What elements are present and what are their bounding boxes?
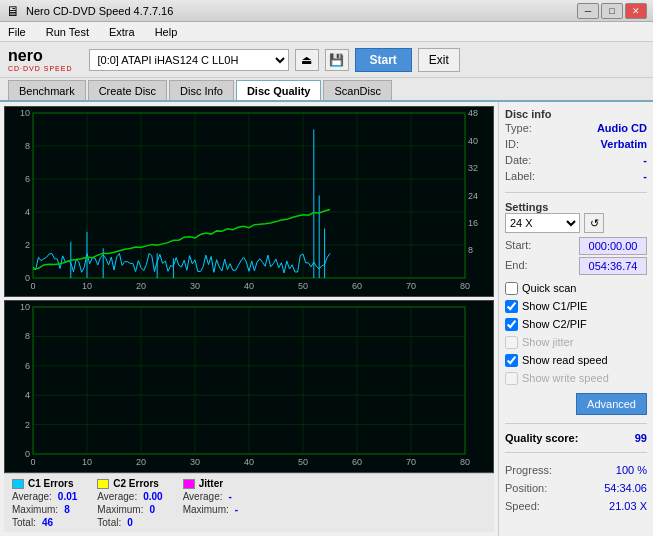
nero-subtitle: CD·DVD SPEED <box>8 65 73 72</box>
menu-file[interactable]: File <box>4 24 30 40</box>
speed-select[interactable]: 24 X Maximum 16 X 8 X 4 X <box>505 213 580 233</box>
settings-section: Settings 24 X Maximum 16 X 8 X 4 X ↺ Sta… <box>505 201 647 415</box>
start-time-row: Start: <box>505 237 647 255</box>
c1-max-row: Maximum: 8 <box>12 504 77 515</box>
show-read-speed-label: Show read speed <box>522 351 608 369</box>
tab-benchmark[interactable]: Benchmark <box>8 80 86 100</box>
maximize-button[interactable]: □ <box>601 3 623 19</box>
c1-total-row: Total: 46 <box>12 517 77 528</box>
nero-logo-text: nero <box>8 47 73 65</box>
show-write-speed-checkbox[interactable] <box>505 372 518 385</box>
quick-scan-row: Quick scan <box>505 279 647 297</box>
end-time-row: End: <box>505 257 647 275</box>
top-chart-canvas <box>5 107 493 296</box>
c1-title: C1 Errors <box>12 478 77 489</box>
c2-max-row: Maximum: 0 <box>97 504 162 515</box>
disc-label-row: Label: - <box>505 168 647 184</box>
refresh-button[interactable]: ↺ <box>584 213 604 233</box>
top-chart <box>4 106 494 297</box>
position-row: Position: 54:34.06 <box>505 479 647 497</box>
disc-info-section: Disc info Type: Audio CD ID: Verbatim Da… <box>505 108 647 184</box>
start-button[interactable]: Start <box>355 48 412 72</box>
show-jitter-label: Show jitter <box>522 333 573 351</box>
progress-section: Progress: 100 % Position: 54:34.06 Speed… <box>505 461 647 515</box>
menu-extra[interactable]: Extra <box>105 24 139 40</box>
title-bar: 🖥 Nero CD-DVD Speed 4.7.7.16 ─ □ ✕ <box>0 0 653 22</box>
nero-logo: nero CD·DVD SPEED <box>8 47 73 72</box>
tab-create-disc[interactable]: Create Disc <box>88 80 167 100</box>
quality-score-label: Quality score: <box>505 432 578 444</box>
toolbar: nero CD·DVD SPEED [0:0] ATAPI iHAS124 C … <box>0 42 653 78</box>
speed-row: 24 X Maximum 16 X 8 X 4 X ↺ <box>505 213 647 233</box>
title-text: Nero CD-DVD Speed 4.7.7.16 <box>26 5 173 17</box>
menu-run-test[interactable]: Run Test <box>42 24 93 40</box>
jitter-stat-group: Jitter Average: - Maximum: - <box>183 478 238 528</box>
menu-bar: File Run Test Extra Help <box>0 22 653 42</box>
show-write-speed-row: Show write speed <box>505 369 647 387</box>
quality-section: Quality score: 99 <box>505 432 647 444</box>
end-time-input[interactable] <box>579 257 647 275</box>
window-controls: ─ □ ✕ <box>577 3 647 19</box>
right-panel: Disc info Type: Audio CD ID: Verbatim Da… <box>498 102 653 536</box>
speed-row: Speed: 21.03 X <box>505 497 647 515</box>
show-c2-pif-label: Show C2/PIF <box>522 315 587 333</box>
eject-icon-button[interactable]: ⏏ <box>295 49 319 71</box>
c2-legend-color <box>97 479 109 489</box>
advanced-button[interactable]: Advanced <box>576 393 647 415</box>
show-read-speed-row: Show read speed <box>505 351 647 369</box>
divider-1 <box>505 192 647 193</box>
bottom-chart-canvas <box>5 301 493 472</box>
show-c1-pie-row: Show C1/PIE <box>505 297 647 315</box>
jitter-avg-row: Average: - <box>183 491 238 502</box>
show-read-speed-checkbox[interactable] <box>505 354 518 367</box>
tab-disc-info[interactable]: Disc Info <box>169 80 234 100</box>
progress-row: Progress: 100 % <box>505 461 647 479</box>
quality-score-row: Quality score: 99 <box>505 432 647 444</box>
show-jitter-row: Show jitter <box>505 333 647 351</box>
main-content: C1 Errors Average: 0.01 Maximum: 8 Total… <box>0 102 653 536</box>
show-c1-pie-checkbox[interactable] <box>505 300 518 313</box>
quick-scan-checkbox[interactable] <box>505 282 518 295</box>
jitter-title: Jitter <box>183 478 238 489</box>
quality-score-value: 99 <box>635 432 647 444</box>
jitter-legend-color <box>183 479 195 489</box>
c2-total-row: Total: 0 <box>97 517 162 528</box>
disc-date-row: Date: - <box>505 152 647 168</box>
show-c2-pif-row: Show C2/PIF <box>505 315 647 333</box>
c1-legend-color <box>12 479 24 489</box>
c1-avg-row: Average: 0.01 <box>12 491 77 502</box>
minimize-button[interactable]: ─ <box>577 3 599 19</box>
save-icon-button[interactable]: 💾 <box>325 49 349 71</box>
tabs: Benchmark Create Disc Disc Info Disc Qua… <box>0 78 653 102</box>
quick-scan-label: Quick scan <box>522 279 576 297</box>
show-c1-pie-label: Show C1/PIE <box>522 297 587 315</box>
disc-type-row: Type: Audio CD <box>505 120 647 136</box>
close-button[interactable]: ✕ <box>625 3 647 19</box>
divider-2 <box>505 423 647 424</box>
c2-stat-group: C2 Errors Average: 0.00 Maximum: 0 Total… <box>97 478 162 528</box>
c2-avg-row: Average: 0.00 <box>97 491 162 502</box>
c2-title: C2 Errors <box>97 478 162 489</box>
divider-3 <box>505 452 647 453</box>
exit-button[interactable]: Exit <box>418 48 460 72</box>
tab-disc-quality[interactable]: Disc Quality <box>236 80 322 100</box>
show-jitter-checkbox[interactable] <box>505 336 518 349</box>
chart-area: C1 Errors Average: 0.01 Maximum: 8 Total… <box>0 102 498 536</box>
tab-scan-disc[interactable]: ScanDisc <box>323 80 391 100</box>
stats-bar: C1 Errors Average: 0.01 Maximum: 8 Total… <box>4 473 494 532</box>
settings-title: Settings <box>505 201 647 213</box>
app-icon: 🖥 <box>6 3 20 19</box>
c1-stat-group: C1 Errors Average: 0.01 Maximum: 8 Total… <box>12 478 77 528</box>
show-c2-pif-checkbox[interactable] <box>505 318 518 331</box>
menu-help[interactable]: Help <box>151 24 182 40</box>
jitter-max-row: Maximum: - <box>183 504 238 515</box>
start-time-input[interactable] <box>579 237 647 255</box>
bottom-chart <box>4 300 494 473</box>
disc-id-row: ID: Verbatim <box>505 136 647 152</box>
disc-info-title: Disc info <box>505 108 647 120</box>
drive-select[interactable]: [0:0] ATAPI iHAS124 C LL0H <box>89 49 289 71</box>
show-write-speed-label: Show write speed <box>522 369 609 387</box>
